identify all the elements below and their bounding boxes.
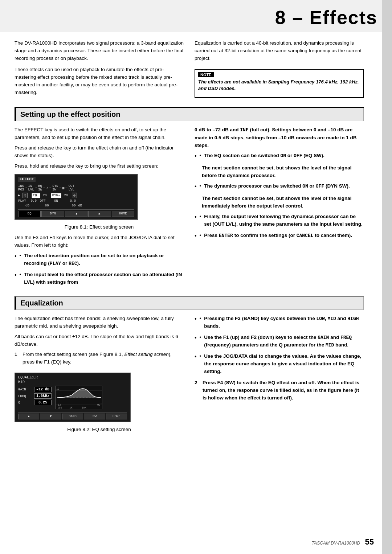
bullet-right-4-text: Press ENTER to confirm the settings (or … <box>204 232 352 241</box>
section1-right-para2: The next section cannot be set, but show… <box>202 164 364 180</box>
section2-ordered: 1 From the effect setting screen (see Fi… <box>15 351 184 369</box>
bullet-dot-1: • <box>20 252 21 267</box>
intro-section: The DV-RA1000HD incorporates two signal … <box>15 40 364 100</box>
bullet-right-1: • The EQ section can be switched ON or O… <box>195 152 364 161</box>
dyn-box: DYN→ <box>51 194 62 197</box>
bullet2-right-3: • Use the JOG/DATA dial to change the va… <box>195 353 364 376</box>
section1-para2: Press and release the key to turn the ef… <box>15 144 184 160</box>
val-20-right: 20 <box>64 194 68 197</box>
bullet2-right-2-text: Use the F1 (up) and F2 (down) keys to se… <box>204 334 364 349</box>
tab-dyn: DYN <box>41 211 64 217</box>
eq-icon: ♪ <box>46 186 48 190</box>
arrow1: → <box>25 186 27 190</box>
svg-text:10K: 10K <box>82 406 86 409</box>
section1-bullets-left: • The effect insertion position can be s… <box>15 252 184 286</box>
section1-para4: Use the F3 and F4 keys to move the curso… <box>15 234 184 249</box>
note-label: NOTE <box>198 72 214 77</box>
eq-sw-label: EQSW <box>38 184 42 192</box>
bullet-right-2: • The dynamics processor can be switched… <box>195 182 364 191</box>
svg-text:OUT: OUT <box>97 403 102 406</box>
svg-text:12: 12 <box>56 387 59 390</box>
bullet-r-dot-4: • <box>200 232 201 241</box>
right-box: ◎ <box>72 193 77 198</box>
section1-para1: The EFFECT key is used to switch the eff… <box>15 126 184 141</box>
page-stripe <box>382 0 392 554</box>
bullet-left-1-text: The effect insertion position can be set… <box>24 252 184 267</box>
dyn-inv-box: DYN→ <box>51 193 62 198</box>
bullet-r-dot-3: • <box>200 213 201 228</box>
eq-params: GAIN –12 dB FREQ 1.6kHz Q 0.25 <box>18 386 52 410</box>
section2-para1: The equalization effect has three bands:… <box>15 315 184 330</box>
eq-box: EQ↓ <box>32 194 40 197</box>
figure2-caption: Figure 8.2: EQ setting screen <box>15 426 184 434</box>
bullet-right-3-text: Finally, the output level following the … <box>204 213 364 228</box>
intro-para1: The DV-RA1000HD incorporates two signal … <box>15 40 184 62</box>
tab-eq: EQ <box>18 211 41 217</box>
in-lvl-label: INLVL <box>28 184 34 192</box>
arrow6: → <box>65 186 67 190</box>
section2-para2: All bands can cut or boost ±12 dB. The s… <box>15 333 184 348</box>
eq-inv-box: EQ↓ <box>32 193 40 198</box>
section1-heading: Setting up the effect position <box>15 108 364 121</box>
section2: Equalization The equalization effect has… <box>15 296 364 436</box>
note-text: The effects are not available in Samplin… <box>198 79 360 92</box>
bullet-right-4: • Press ENTER to confirm the settings (o… <box>195 232 364 241</box>
section1-right-para1: 0 dB to –72 dB and INF (full cut). Setti… <box>195 126 364 149</box>
bullet2-right-1-text: Pressing the F3 (BAND) key cycles betwee… <box>204 315 364 330</box>
ordered-num-1: 1 <box>15 351 20 369</box>
tab-right: ▶ <box>88 211 111 217</box>
eq-tab-sw: SW <box>84 414 105 419</box>
bullet-left-2-text: The input level to the effect processor … <box>24 271 184 286</box>
eq-graph-svg: 100 1K 10K 12 -12 OUT <box>55 386 102 409</box>
ins-pos-label: INSPOS <box>18 184 24 192</box>
eq-tab-down: ▼ <box>40 414 61 419</box>
section1: Setting up the effect position The EFFEC… <box>15 108 364 290</box>
svg-text:-12: -12 <box>56 403 61 406</box>
figure1-caption: Figure 8.1: Effect setting screen <box>15 223 184 231</box>
main-content: The DV-RA1000HD incorporates two signal … <box>0 32 382 447</box>
bullet2-r-dot-2: • <box>200 334 201 349</box>
section1-left: The EFFECT key is used to switch the eff… <box>15 126 184 290</box>
on-label: ON <box>54 199 58 203</box>
bullet2-right-1: • Pressing the F3 (BAND) key cycles betw… <box>195 315 364 330</box>
arrow2: → <box>35 186 37 190</box>
section1-right: 0 dB to –72 dB and INF (full cut). Setti… <box>195 126 364 290</box>
intro-para3: Equalization is carried out a 40-bit res… <box>195 40 364 62</box>
page-header: 8 – Effects <box>0 0 392 32</box>
bullet2-r-dot-1: • <box>200 315 201 330</box>
section1-bullets-right3: • Finally, the output level following th… <box>195 213 364 241</box>
eq-tab-up: ▲ <box>18 414 39 419</box>
svg-text:1K: 1K <box>69 406 73 409</box>
eq-tab-band: BAND <box>62 414 83 419</box>
section2-right: • Pressing the F3 (BAND) key cycles betw… <box>195 315 364 436</box>
note-box: NOTE The effects are not available in Sa… <box>195 69 364 98</box>
page-footer: TASCAM DV-RA1000HD 55 <box>312 537 374 547</box>
ordered-text-2: Press F4 (SW) to switch the EQ effect on… <box>203 379 364 402</box>
eq-q-value: 0.25 <box>34 400 52 405</box>
page-number: 55 <box>365 537 374 546</box>
eq-freq-row: FREQ 1.6kHz <box>18 393 52 399</box>
out-lvl-label: OUTLVL <box>69 184 74 192</box>
section1-para3: Press, hold and release the key to bring… <box>15 163 184 170</box>
eq-title2: MID <box>18 380 127 384</box>
section2-left: The equalization effect has three bands:… <box>15 315 184 436</box>
bullet2-r-dot-3: • <box>200 353 201 376</box>
eq-graph-container: 100 1K 10K 12 -12 OUT <box>55 386 127 410</box>
section2-cols: The equalization effect has three bands:… <box>15 315 364 436</box>
db-right: dB <box>78 204 82 208</box>
arrow5: → <box>59 186 61 190</box>
section2-ordered2: 2 Press F4 (SW) to switch the EQ effect … <box>195 379 364 405</box>
svg-text:100: 100 <box>57 406 62 409</box>
eq-freq-label: FREQ <box>18 394 33 398</box>
bullet-r-dot-2: • <box>200 182 201 191</box>
off-label: OFF <box>40 199 46 203</box>
section1-right-para3: The next section cannot be set, but show… <box>202 195 364 210</box>
intro-para2: These effects can be used on playback to… <box>15 66 184 97</box>
eq-gain-value: –12 dB <box>34 387 52 392</box>
screen-row1: INSPOS → INLVL → EQSW → ♪ → DYNSW → ▦ → … <box>18 184 134 192</box>
bullet-left-1: • The effect insertion position can be s… <box>15 252 184 267</box>
eq-q-row: Q 0.25 <box>18 400 52 405</box>
play-text: PLAY <box>18 199 26 203</box>
bullet-right-2-text: The dynamics processor can be switched O… <box>204 182 350 191</box>
dyn-icon: ▦ <box>62 186 64 190</box>
